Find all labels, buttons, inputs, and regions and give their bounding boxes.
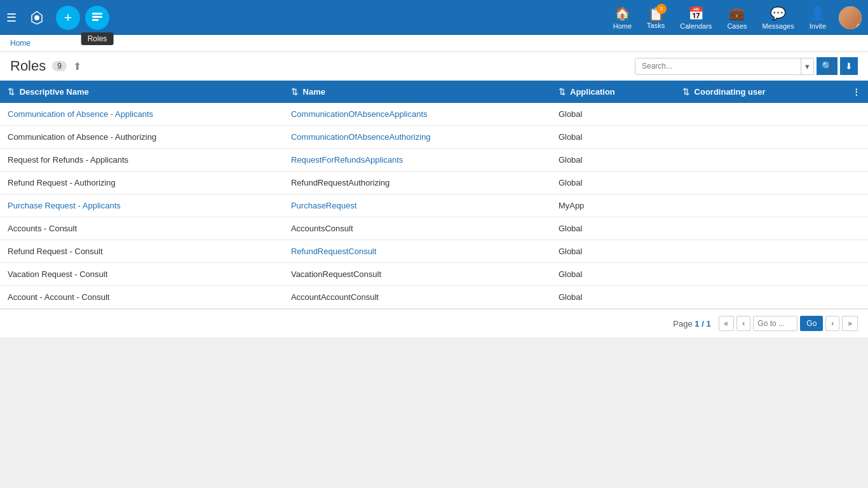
- cell-application: Global: [551, 172, 675, 194]
- cell-coordinating-user: [675, 149, 844, 172]
- home-icon: 🏠: [614, 6, 630, 21]
- svg-point-0: [34, 15, 39, 20]
- top-navigation: ☰ + Roles 🏠 Home 📋 9 Ta: [0, 0, 868, 35]
- descriptive-name-link[interactable]: Purchase Request - Applicants: [8, 201, 121, 210]
- cell-application: Global: [551, 263, 675, 286]
- messages-icon: 💬: [770, 6, 786, 21]
- cell-descriptive-name: Refund Request - Consult: [0, 240, 283, 263]
- cell-coordinating-user: [675, 194, 844, 217]
- messages-nav-item[interactable]: 💬 Messages: [757, 3, 799, 32]
- user-avatar[interactable]: [839, 6, 862, 29]
- descriptive-name-link[interactable]: Communication of Absence - Applicants: [8, 109, 153, 119]
- cell-coordinating-user: [675, 172, 844, 194]
- cell-application: Global: [551, 149, 675, 172]
- table-body: Communication of Absence - ApplicantsCom…: [0, 103, 868, 309]
- cell-coordinating-user: [675, 286, 844, 309]
- page-title: Roles: [10, 58, 46, 74]
- page-info: Page 1 / 1: [673, 319, 710, 329]
- nav-icons-group: 🏠 Home 📋 9 Tasks 📅 Calendars 💼 Cases 💬 M…: [608, 3, 862, 32]
- cell-name[interactable]: RefundRequestConsult: [283, 240, 551, 263]
- table-row: Request for Refunds - ApplicantsRequestF…: [0, 149, 868, 172]
- roles-table-wrap: ⇅ Descriptive Name ⇅ Name ⇅ Application …: [0, 81, 868, 309]
- roles-table: ⇅ Descriptive Name ⇅ Name ⇅ Application …: [0, 81, 868, 309]
- add-button[interactable]: +: [56, 6, 80, 30]
- online-status-dot: [857, 24, 862, 29]
- cell-actions: [844, 149, 868, 172]
- col-header-coordinating-user[interactable]: ⇅ Coordinating user: [675, 81, 844, 103]
- cell-actions: [844, 126, 868, 149]
- invite-icon: 👤: [810, 6, 825, 21]
- name-link[interactable]: RefundRequestConsult: [291, 247, 376, 256]
- tasks-nav-item[interactable]: 📋 9 Tasks: [642, 4, 670, 32]
- search-area: ▾ 🔍 ⬇: [635, 57, 858, 75]
- cell-name: VacationRequestConsult: [283, 263, 551, 286]
- col-header-application[interactable]: ⇅ Application: [551, 81, 675, 103]
- tasks-badge: 9: [656, 4, 667, 14]
- hamburger-menu[interactable]: ☰: [6, 11, 17, 25]
- table-row: Refund Request - AuthorizingRefundReques…: [0, 172, 868, 194]
- cell-actions: [844, 172, 868, 194]
- page-header: Roles 9 ⬆ ▾ 🔍 ⬇: [0, 52, 868, 81]
- roles-tooltip: Roles: [81, 32, 114, 45]
- last-page-button[interactable]: »: [842, 316, 858, 331]
- export-icon[interactable]: ⬆: [73, 60, 81, 72]
- calendars-icon: 📅: [688, 6, 704, 21]
- table-row: Refund Request - ConsultRefundRequestCon…: [0, 240, 868, 263]
- sort-icon-descriptive-name: ⇅: [8, 87, 15, 97]
- calendars-nav-item[interactable]: 📅 Calendars: [675, 3, 717, 32]
- cell-name[interactable]: PurchaseRequest: [283, 194, 551, 217]
- cell-actions: [844, 240, 868, 263]
- cases-nav-item[interactable]: 💼 Cases: [722, 3, 752, 32]
- roles-nav-button[interactable]: [85, 6, 109, 30]
- app-logo: [24, 5, 50, 30]
- cell-coordinating-user: [675, 126, 844, 149]
- sort-icon-coordinating-user: ⇅: [682, 87, 689, 97]
- cell-actions: [844, 194, 868, 217]
- cell-descriptive-name: Account - Account - Consult: [0, 286, 283, 309]
- name-link[interactable]: PurchaseRequest: [291, 201, 356, 210]
- cell-name: RefundRequestAuthorizing: [283, 172, 551, 194]
- cell-descriptive-name: Accounts - Consult: [0, 217, 283, 240]
- breadcrumb-home-link[interactable]: Home: [10, 39, 31, 48]
- cell-name[interactable]: CommunicationOfAbsenceApplicants: [283, 103, 551, 126]
- cell-actions: [844, 286, 868, 309]
- name-link[interactable]: RequestForRefundsApplicants: [291, 155, 403, 165]
- cell-coordinating-user: [675, 217, 844, 240]
- cell-descriptive-name[interactable]: Purchase Request - Applicants: [0, 194, 283, 217]
- col-header-actions[interactable]: ⋮: [844, 81, 868, 103]
- home-nav-item[interactable]: 🏠 Home: [608, 3, 637, 32]
- record-count-badge: 9: [52, 61, 67, 71]
- svg-rect-2: [92, 16, 102, 18]
- pagination-bar: Page 1 / 1 « ‹ Go › »: [0, 309, 868, 337]
- col-header-name[interactable]: ⇅ Name: [283, 81, 551, 103]
- name-link[interactable]: CommunicationOfAbsenceApplicants: [291, 109, 428, 119]
- search-filter-dropdown[interactable]: ▾: [801, 58, 813, 74]
- prev-page-button[interactable]: ‹: [736, 316, 750, 331]
- table-row: Accounts - ConsultAccountsConsultGlobal: [0, 217, 868, 240]
- name-link[interactable]: CommunicationOfAbsenceAuthorizing: [291, 132, 431, 142]
- cell-descriptive-name: Refund Request - Authorizing: [0, 172, 283, 194]
- cell-descriptive-name: Request for Refunds - Applicants: [0, 149, 283, 172]
- cell-name[interactable]: CommunicationOfAbsenceAuthorizing: [283, 126, 551, 149]
- goto-page-button[interactable]: Go: [800, 316, 823, 331]
- cell-coordinating-user: [675, 263, 844, 286]
- cell-name: AccountsConsult: [283, 217, 551, 240]
- cell-descriptive-name[interactable]: Communication of Absence - Applicants: [0, 103, 283, 126]
- cell-descriptive-name: Communication of Absence - Authorizing: [0, 126, 283, 149]
- cell-application: Global: [551, 240, 675, 263]
- search-input[interactable]: [635, 58, 801, 74]
- cell-actions: [844, 263, 868, 286]
- cell-application: Global: [551, 217, 675, 240]
- svg-rect-1: [92, 13, 102, 15]
- invite-nav-item[interactable]: 👤 Invite: [804, 3, 831, 32]
- breadcrumb: Home: [0, 35, 868, 52]
- next-page-button[interactable]: ›: [825, 316, 839, 331]
- cell-actions: [844, 103, 868, 126]
- first-page-button[interactable]: «: [719, 316, 735, 331]
- col-header-descriptive-name[interactable]: ⇅ Descriptive Name: [0, 81, 283, 103]
- cell-application: MyApp: [551, 194, 675, 217]
- search-button[interactable]: 🔍: [817, 57, 837, 75]
- download-button[interactable]: ⬇: [840, 57, 858, 75]
- cell-name[interactable]: RequestForRefundsApplicants: [283, 149, 551, 172]
- goto-page-input[interactable]: [753, 316, 797, 331]
